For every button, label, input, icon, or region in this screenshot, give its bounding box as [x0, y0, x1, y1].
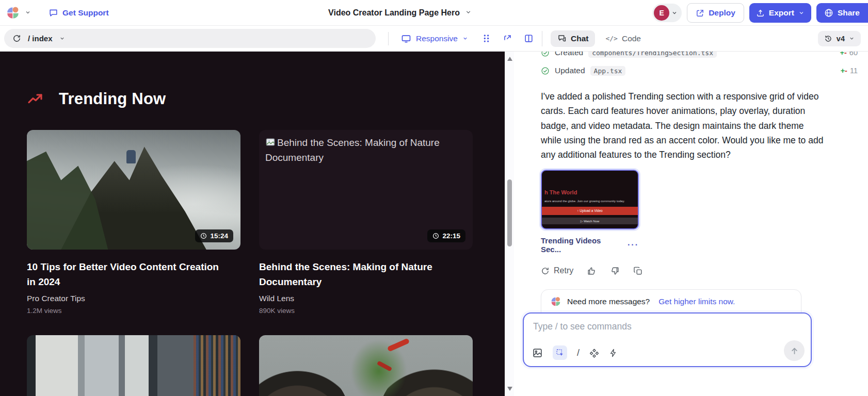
arrow-up-icon [790, 346, 799, 356]
chevron-down-icon[interactable] [25, 8, 31, 18]
chat-bubbles-icon [557, 34, 567, 43]
artifact-name[interactable]: Trending Videos Sec... [541, 236, 616, 254]
component-grid-icon[interactable] [481, 34, 491, 43]
select-element-button[interactable] [553, 345, 567, 360]
video-thumbnail[interactable]: 15:24 [27, 130, 240, 250]
broken-image-icon [265, 137, 276, 147]
banner-text: Need more messages? [567, 297, 650, 306]
scrollbar-thumb[interactable] [507, 179, 512, 246]
chevron-down-icon [798, 10, 805, 16]
site-preview: Trending Now 15:24 10 Tips for Better Vi… [0, 52, 505, 396]
clock-icon [200, 233, 207, 239]
scroll-down-arrow[interactable] [507, 387, 512, 391]
artifact-preview[interactable]: h The World ators around the globe. Join… [541, 170, 639, 254]
chevron-down-icon [671, 10, 678, 16]
assistant-message: I've added a polished Trending section w… [541, 89, 824, 162]
chat-bubble-icon [49, 8, 58, 18]
artifact-thumbnail[interactable]: h The World ators around the globe. Join… [541, 170, 639, 229]
video-title[interactable]: 10 Tips for Better Video Content Creatio… [27, 260, 229, 289]
video-title[interactable]: Behind the Scenes: Making of Nature Docu… [259, 260, 461, 289]
video-thumbnail-broken[interactable]: Behind the Scenes: Making of Nature Docu… [259, 130, 473, 250]
divider [388, 32, 389, 45]
video-thumbnail[interactable] [27, 335, 240, 396]
section-title: Trending Now [59, 90, 166, 108]
image-alt-text: Behind the Scenes: Making of Nature Docu… [259, 130, 473, 171]
share-button[interactable]: Share [816, 3, 868, 23]
figma-make-logo-icon [551, 296, 561, 307]
video-card[interactable]: 15:24 10 Tips for Better Video Content C… [27, 130, 240, 315]
version-history-button[interactable]: v4 [818, 31, 861, 46]
tab-code[interactable]: </> Code [605, 34, 641, 43]
lightning-icon[interactable] [609, 349, 618, 357]
top-header: Get Support Video Creator Landing Page H… [0, 0, 868, 26]
upgrade-link[interactable]: Get higher limits now. [658, 297, 735, 306]
video-card[interactable] [27, 335, 240, 396]
export-button[interactable]: Export [749, 3, 811, 23]
account-menu[interactable]: E [652, 4, 682, 22]
external-link-icon [696, 9, 704, 18]
file-chip[interactable]: components/TrendingSection.tsx [588, 52, 717, 58]
toolbar: / index Responsive [0, 26, 868, 52]
file-status-row: Updated App.tsx +-11 [541, 63, 858, 78]
send-button[interactable] [784, 340, 805, 361]
artifact-menu-button[interactable]: ··· [628, 240, 639, 250]
retry-icon [541, 267, 550, 275]
select-cursor-icon [556, 349, 565, 357]
figma-make-logo-icon[interactable] [6, 6, 20, 20]
avatar: E [654, 5, 669, 21]
video-thumbnail[interactable] [259, 335, 473, 396]
refresh-icon[interactable] [12, 34, 21, 43]
history-icon [824, 35, 832, 43]
duration-badge: 22:15 [427, 229, 465, 242]
check-circle-icon [541, 67, 550, 75]
deploy-button[interactable]: Deploy [687, 3, 744, 23]
message-composer[interactable]: / [523, 312, 812, 367]
trending-up-icon [27, 91, 43, 107]
scroll-up-arrow[interactable] [507, 57, 512, 61]
code-icon: </> [605, 35, 617, 42]
mini-primary-button: ↑ Upload a Video [542, 207, 638, 215]
monitor-icon [401, 34, 411, 44]
video-card[interactable] [259, 335, 473, 396]
device-selector[interactable]: Responsive [401, 34, 468, 44]
duration-badge: 15:24 [195, 229, 233, 242]
file-status-row: Created components/TrendingSection.tsx +… [541, 52, 858, 60]
attach-image-icon[interactable] [532, 348, 543, 358]
globe-icon [824, 8, 833, 18]
upload-icon [756, 9, 765, 18]
video-views: 890K views [259, 307, 473, 315]
open-in-new-tab-icon[interactable] [503, 34, 512, 43]
message-actions: Retry [541, 266, 858, 276]
preview-scrollbar[interactable] [505, 52, 514, 396]
address-bar[interactable]: / index [4, 29, 376, 48]
thumbs-down-button[interactable] [610, 266, 620, 276]
chevron-down-icon [462, 36, 468, 41]
clock-icon [432, 233, 439, 239]
thumbs-up-button[interactable] [587, 266, 597, 276]
retry-button[interactable]: Retry [541, 266, 573, 275]
route-path: / index [28, 34, 53, 43]
video-channel: Wild Lens [259, 294, 473, 303]
diff-counter: +-60 [840, 52, 858, 57]
divider [542, 31, 542, 46]
video-card[interactable]: Behind the Scenes: Making of Nature Docu… [259, 130, 473, 315]
chat-input[interactable] [524, 314, 811, 340]
chevron-down-icon[interactable] [59, 36, 65, 41]
mini-secondary-button: ▷ Watch Now [542, 218, 638, 224]
check-circle-icon [541, 52, 550, 57]
get-support-link[interactable]: Get Support [49, 8, 109, 18]
diff-counter: +-11 [841, 67, 858, 75]
chat-panel: Created components/TrendingSection.tsx +… [514, 52, 868, 396]
copy-button[interactable] [633, 266, 643, 276]
video-views: 1.2M views [27, 307, 240, 315]
slash-command-button[interactable]: / [577, 348, 580, 358]
split-columns-icon[interactable] [524, 34, 534, 43]
file-chip[interactable]: App.tsx [590, 66, 626, 76]
tab-chat[interactable]: Chat [551, 30, 595, 47]
video-channel: Pro Creator Tips [27, 294, 240, 303]
app-window: Get Support Video Creator Landing Page H… [0, 0, 868, 396]
chevron-down-icon [465, 8, 472, 18]
project-title[interactable]: Video Creator Landing Page Hero [328, 8, 472, 18]
chevron-down-icon [849, 36, 855, 41]
components-icon[interactable] [589, 348, 599, 358]
